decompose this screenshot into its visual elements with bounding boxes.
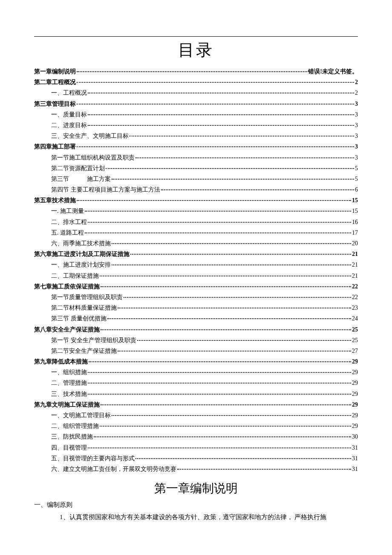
toc-row[interactable]: 第一章编制说明错误!未定义书签。 <box>34 66 358 77</box>
toc-row[interactable]: 第五章技术措施15 <box>34 195 358 206</box>
toc-row[interactable]: 第二节材料质量保证措施23 <box>34 302 358 313</box>
toc-leader-dots <box>89 357 351 362</box>
toc-row[interactable]: 第四章施工部署3 <box>34 141 358 152</box>
body-paragraph: 1、认真贯彻国家和地方有关基本建设的各项方针、政策，遵守国家和地方的法律， 严格… <box>34 511 358 523</box>
toc-label: 一、组织措施 <box>51 367 87 378</box>
toc-leader-dots <box>88 443 351 448</box>
toc-leader-dots <box>161 186 355 190</box>
toc-page: 错误!未定义书签。 <box>308 66 358 77</box>
toc-row[interactable]: 一、质量目标3 <box>34 109 358 120</box>
toc-leader-dots <box>77 67 307 72</box>
toc-page: 29 <box>352 378 358 388</box>
toc-row[interactable]: 一、施工进度计划安排21 <box>34 259 358 270</box>
toc-label: 二、排水工程 <box>51 217 87 227</box>
toc-row[interactable]: 三、安全生产、文明施工目标3 <box>34 131 358 141</box>
toc-leader-dots <box>101 401 351 405</box>
toc-label: 一、施工进度计划安排 <box>51 259 111 270</box>
toc-row[interactable]: 第三章管理目标3 <box>34 99 358 109</box>
toc-row[interactable]: 第二节资源配置计划5 <box>34 163 358 174</box>
toc-row[interactable]: 六、雨季施工技术措施20 <box>34 238 358 249</box>
toc-page: 2 <box>355 77 358 87</box>
section-heading: 一、编制原则 <box>34 501 358 509</box>
toc-page: 21 <box>352 270 358 281</box>
toc-row[interactable]: 一、文明施工管理目标29 <box>34 410 358 421</box>
toc-page: 15 <box>352 206 358 216</box>
toc-page: 31 <box>352 453 358 464</box>
toc-leader-dots <box>100 271 351 276</box>
toc-row[interactable]: 第三节 施工方案5 <box>34 174 358 184</box>
toc-page: 5 <box>355 174 358 184</box>
toc-row[interactable]: 第一节施工组织机构设置及职责3 <box>34 152 358 163</box>
toc-row[interactable]: 三、技术措施29 <box>34 389 358 399</box>
toc-leader-dots <box>85 207 351 212</box>
toc-page: 3 <box>355 131 358 141</box>
toc-page: 23 <box>352 302 358 313</box>
toc-page: 31 <box>352 464 358 474</box>
toc-page: 22 <box>352 292 358 302</box>
toc-page: 29 <box>352 389 358 399</box>
toc-label: 第二章工程概况 <box>34 77 76 87</box>
toc-row[interactable]: 五. 道路工程17 <box>34 227 358 238</box>
toc-leader-dots <box>112 411 351 416</box>
toc-page: 29 <box>352 356 358 367</box>
toc-row[interactable]: 第一节 安全生产管理组织及职责25 <box>34 335 358 346</box>
toc-row[interactable]: 六、建立文明施工责任制，开展双文明劳动竞赛31 <box>34 464 358 474</box>
toc-page: 21 <box>352 259 358 270</box>
toc-row[interactable]: 第八章安全生产保证措施25 <box>34 324 358 335</box>
toc-page: 3 <box>355 152 358 163</box>
toc-leader-dots <box>130 250 351 255</box>
toc-row[interactable]: 第一节质量管理组织及职责22 <box>34 292 358 302</box>
toc-leader-dots <box>77 78 354 83</box>
toc-page: 25 <box>352 335 358 346</box>
toc-row[interactable]: 二、管理措施29 <box>34 378 358 388</box>
toc-page: 6 <box>355 184 358 195</box>
toc-label: 三、技术措施 <box>51 389 87 399</box>
toc-row[interactable]: 第九章降低成本措施29 <box>34 356 358 367</box>
toc-leader-dots <box>101 282 351 287</box>
toc-row[interactable]: 二、工期保证措施21 <box>34 270 358 281</box>
toc-row[interactable]: 一. 施工测量15 <box>34 206 358 216</box>
toc-label: 第二节安全生产保证措施 <box>51 346 117 356</box>
toc-leader-dots <box>101 325 351 330</box>
toc-label: 第九章降低成本措施 <box>34 356 88 367</box>
toc-label: 第五章技术措施 <box>34 195 76 206</box>
toc-row[interactable]: 第九章文明施工保证措施29 <box>34 399 358 410</box>
toc-leader-dots <box>135 454 351 459</box>
toc-page: 5 <box>355 163 358 174</box>
toc-row[interactable]: 二、组织管理措施29 <box>34 421 358 431</box>
toc-page: 20 <box>352 238 358 249</box>
toc-label: 第六章施工进度计划及工期保证措施 <box>34 249 130 259</box>
toc-row[interactable]: 二、进度目标3 <box>34 120 358 131</box>
toc-row[interactable]: 第二章工程概况2 <box>34 77 358 87</box>
chapter-heading: 第一章编制说明 <box>34 480 358 497</box>
toc-row[interactable]: 四、目视管理31 <box>34 442 358 453</box>
toc-row[interactable]: 第四节 主要工程项目施工方案与施工方法6 <box>34 184 358 195</box>
toc-row[interactable]: 第七章施工质依保证措施22 <box>34 281 358 292</box>
toc-page: 30 <box>352 431 358 442</box>
toc-label: 第三章管理目标 <box>34 99 76 109</box>
toc-row[interactable]: 第六章施工进度计划及工期保证措施21 <box>34 249 358 259</box>
toc-row[interactable]: 三、防扰民措施30 <box>34 431 358 442</box>
toc-row[interactable]: 一、组织措施29 <box>34 367 358 378</box>
toc-page: 29 <box>352 367 358 378</box>
toc-leader-dots <box>88 218 351 222</box>
toc-label: 六、雨季施工技术措施 <box>51 238 111 249</box>
toc-row[interactable]: 第二节安全生产保证措施27 <box>34 346 358 356</box>
toc-row[interactable]: 第三节 质量创优措施24 <box>34 313 358 324</box>
toc-page: 31 <box>352 442 358 453</box>
toc-leader-dots <box>106 164 354 169</box>
toc-page: 29 <box>352 399 358 410</box>
toc-label: 第二节材料质量保证措施 <box>51 302 117 313</box>
toc-label: 一. 施工测量 <box>51 206 84 216</box>
toc-page: 22 <box>352 281 358 292</box>
toc-row[interactable]: 五、目视管理的主要内容与形式31 <box>34 453 358 464</box>
toc-page: 21 <box>352 249 358 259</box>
toc-title: 目录 <box>34 39 358 61</box>
toc-label: 一、文明施工管理目标 <box>51 410 111 421</box>
toc-row[interactable]: 一、工程概况2 <box>34 87 358 98</box>
toc-row[interactable]: 二、排水工程16 <box>34 217 358 227</box>
toc-page: 16 <box>352 217 358 227</box>
toc-leader-dots <box>88 121 354 126</box>
toc-leader-dots <box>77 142 354 147</box>
toc-leader-dots <box>118 347 351 352</box>
